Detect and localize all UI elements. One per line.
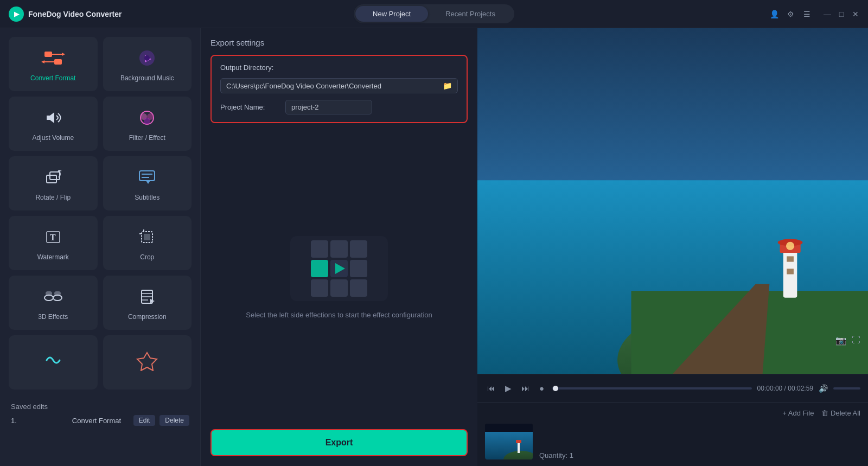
project-name-input[interactable] xyxy=(285,100,372,114)
svg-point-41 xyxy=(786,242,794,250)
file-list-header: + Add File 🗑 Delete All xyxy=(485,409,860,417)
maximize-button[interactable]: □ xyxy=(838,10,845,18)
background-music-icon xyxy=(135,46,159,70)
sidebar-item-rotate-flip[interactable]: Rotate / Flip xyxy=(9,156,98,210)
sidebar-item-background-music[interactable]: Background Music xyxy=(103,37,192,91)
output-directory-input-row: C:\Users\pc\FoneDog Video Converter\Conv… xyxy=(220,78,458,93)
effect-grid xyxy=(311,240,367,297)
svg-marker-3 xyxy=(41,60,44,63)
saved-edit-name: Convert Format xyxy=(72,417,129,425)
watermark-icon: T xyxy=(41,225,65,249)
sidebar-item-misc2[interactable] xyxy=(103,335,192,390)
svg-point-22 xyxy=(44,295,53,301)
project-tabs: New Project Recent Projects xyxy=(354,4,514,23)
right-panel: 📷 ⛶ ⏮ ▶ ⏭ ● 00:00:00 / 00:02:59 🔊 + Add … xyxy=(477,28,868,466)
sidebar-item-3d-effects[interactable]: 3D Effects xyxy=(9,276,98,330)
folder-browse-icon[interactable]: 📁 xyxy=(443,81,452,90)
output-directory-input[interactable]: C:\Users\pc\FoneDog Video Converter\Conv… xyxy=(220,78,458,93)
sidebar-item-crop[interactable]: Crop xyxy=(103,216,192,270)
rotate-flip-icon xyxy=(41,165,65,189)
filter-effect-label: Filter / Effect xyxy=(129,134,165,142)
titlebar-actions: 👤 ⚙ ☰ — □ ✕ xyxy=(770,10,859,18)
volume-icon[interactable]: 🔊 xyxy=(819,384,828,393)
sidebar-item-adjust-volume[interactable]: Adjust Volume xyxy=(9,97,98,151)
user-icon[interactable]: 👤 xyxy=(770,10,778,18)
export-settings-title: Export settings xyxy=(210,38,468,47)
saved-edit-index: 1. xyxy=(11,417,68,425)
titlebar: ▶ FoneDog Video Converter New Project Re… xyxy=(0,0,868,28)
play-button[interactable]: ▶ xyxy=(503,382,514,394)
compression-icon xyxy=(135,285,159,309)
rotate-flip-label: Rotate / Flip xyxy=(35,194,71,201)
quantity-label: Quantity: 1 xyxy=(539,451,573,459)
add-file-button[interactable]: + Add File xyxy=(782,409,814,417)
svg-rect-46 xyxy=(516,440,521,443)
file-thumbnail-item xyxy=(485,424,533,459)
grid-cell xyxy=(350,240,367,258)
sidebar-item-convert-format[interactable]: Convert Format xyxy=(9,37,98,91)
middle-panel: Export settings Output Directory: C:\Use… xyxy=(201,28,477,466)
camera-icon[interactable]: 📷 xyxy=(835,335,846,346)
svg-rect-1 xyxy=(54,59,62,65)
compression-label: Compression xyxy=(128,313,167,321)
tab-recent-projects[interactable]: Recent Projects xyxy=(428,6,513,22)
convert-format-label: Convert Format xyxy=(30,74,75,82)
grid-cell xyxy=(350,279,367,297)
fullscreen-icon[interactable]: ⛶ xyxy=(852,335,860,346)
adjust-volume-icon xyxy=(41,106,65,130)
svg-marker-2 xyxy=(62,53,65,56)
saved-edits-title: Saved edits xyxy=(11,403,189,411)
crop-icon xyxy=(135,225,159,249)
svg-marker-31 xyxy=(137,353,157,371)
effect-placeholder: Select the left side effections to start… xyxy=(210,133,468,424)
delete-button[interactable]: Delete xyxy=(159,415,189,426)
edit-button[interactable]: Edit xyxy=(133,415,156,426)
svg-rect-45 xyxy=(518,442,520,453)
background-music-label: Background Music xyxy=(120,74,174,82)
skip-forward-button[interactable]: ⏭ xyxy=(519,382,532,394)
output-directory-row: Output Directory: xyxy=(220,63,458,72)
sidebar-item-subtitles[interactable]: Subtitles xyxy=(103,156,192,210)
sidebar-item-watermark[interactable]: T Watermark xyxy=(9,216,98,270)
settings-icon[interactable]: ⚙ xyxy=(787,10,794,18)
preview-action-icons: 📷 ⛶ xyxy=(835,335,860,346)
svg-rect-19 xyxy=(144,234,150,240)
3d-effects-label: 3D Effects xyxy=(38,313,68,321)
svg-rect-37 xyxy=(787,256,794,261)
grid-cell-cyan xyxy=(311,260,328,277)
export-button[interactable]: Export xyxy=(210,429,468,456)
svg-rect-24 xyxy=(46,291,52,296)
svg-rect-0 xyxy=(44,52,52,57)
app-title: FoneDog Video Converter xyxy=(28,10,122,18)
sidebar-item-misc1[interactable] xyxy=(9,335,98,390)
file-info: Quantity: 1 xyxy=(539,451,573,459)
sidebar: Convert Format Background Music Adjust V… xyxy=(0,28,201,466)
progress-thumb xyxy=(553,386,558,391)
volume-slider[interactable] xyxy=(833,387,860,390)
tab-new-project[interactable]: New Project xyxy=(355,6,428,22)
project-name-row: Project Name: xyxy=(220,100,458,114)
sidebar-item-compression[interactable]: Compression xyxy=(103,276,192,330)
sidebar-item-filter-effect[interactable]: Filter / Effect xyxy=(103,97,192,151)
menu-icon[interactable]: ☰ xyxy=(803,10,810,18)
svg-text:T: T xyxy=(50,233,56,242)
skip-back-button[interactable]: ⏮ xyxy=(485,382,497,394)
delete-all-button[interactable]: 🗑 Delete All xyxy=(821,409,860,417)
main-content: Convert Format Background Music Adjust V… xyxy=(0,28,868,466)
time-display: 00:00:00 / 00:02:59 xyxy=(757,385,813,392)
svg-point-9 xyxy=(144,118,150,124)
svg-rect-38 xyxy=(787,269,794,274)
convert-format-icon xyxy=(41,46,65,70)
crop-label: Crop xyxy=(140,253,154,261)
close-button[interactable]: ✕ xyxy=(852,10,859,18)
logo-icon: ▶ xyxy=(9,7,24,22)
file-thumbnail[interactable] xyxy=(485,424,533,459)
progress-bar[interactable] xyxy=(552,387,751,390)
progress-dot-indicator: ● xyxy=(537,382,546,394)
filter-effect-icon xyxy=(135,106,159,130)
3d-effects-icon xyxy=(41,285,65,309)
adjust-volume-label: Adjust Volume xyxy=(32,134,74,142)
misc1-icon xyxy=(41,348,65,372)
export-settings-box: Output Directory: C:\Users\pc\FoneDog Vi… xyxy=(210,55,468,123)
minimize-button[interactable]: — xyxy=(824,10,831,18)
